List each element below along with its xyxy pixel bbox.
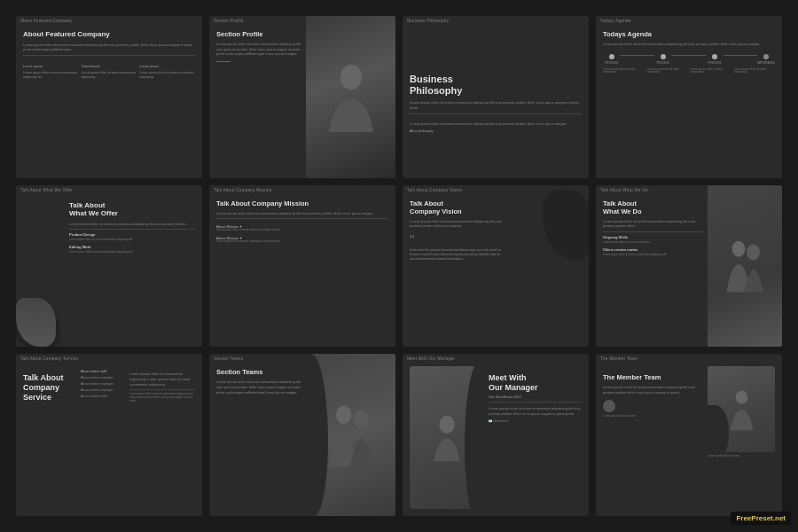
person-silhouette-icon bbox=[325, 61, 378, 132]
slide-2-body: Lorem ipsum dolor sit amet consectetur a… bbox=[216, 42, 302, 57]
slide-3: Business Philosophy Business Philosophy … bbox=[403, 16, 589, 178]
slide-8: Talk About What We Do Talk About What We… bbox=[596, 185, 782, 348]
slide-8-photo bbox=[708, 185, 782, 348]
slide-6-title: Talk About Company Mission bbox=[216, 200, 388, 207]
slide-4: Todays Agenda Todays Agenda Lorem ipsum … bbox=[596, 16, 782, 178]
slide-8-body: Lorem ipsum dolor sit amet consectetur a… bbox=[603, 219, 703, 229]
slide-1-label: About Featured Company bbox=[20, 19, 72, 23]
slide-11-social: 📧 @lastname bbox=[489, 419, 582, 423]
timeline-desc-4: Lorem ipsum dolor sit amet consectetur. bbox=[734, 68, 775, 75]
slide-6: Talk About Company Mission Talk About Co… bbox=[209, 185, 395, 348]
slide-12-member2: Lorem ipsum dolor sit amet bbox=[708, 455, 775, 458]
timeline-desc-1: Lorem ipsum dolor sit amet consectetur. bbox=[603, 68, 644, 75]
slide-2-photo bbox=[306, 16, 395, 178]
slide-5-body: Lorem ipsum dolor sit amet consectetur a… bbox=[69, 222, 195, 227]
slide-7-title: Talk About Company Vision bbox=[410, 200, 505, 215]
slide-1-sub2-body: Lorem ipsum dolor sit amet consectetur a… bbox=[82, 71, 137, 80]
slide-8-sub1-title: Ongoing Skills bbox=[603, 235, 703, 239]
slide-1: About Featured Company About Featured Co… bbox=[16, 16, 202, 178]
slide-6-body: Lorem ipsum dolor sit amet consectetur a… bbox=[216, 211, 388, 216]
slide-5-sub2-title: Editing Work bbox=[69, 245, 195, 249]
slide-4-body: Lorem ipsum dolor sit amet consectetur a… bbox=[603, 42, 775, 47]
slide-9-body: Lorem ipsum dolor sit consectetur adipis… bbox=[129, 372, 195, 387]
slide-11: Meet With Our Manager Meet With Our Mana… bbox=[403, 354, 589, 516]
slide-6-about1-body: Lorem ipsum dolor sit amet consectetur a… bbox=[216, 229, 388, 232]
svg-point-1 bbox=[732, 241, 745, 257]
slide-3-label: Business Philosophy bbox=[407, 19, 449, 23]
slide-5: Talk About What We Offer Talk About What… bbox=[16, 185, 202, 348]
slide-10: Section Teams Section Teams Lorem ipsum … bbox=[209, 354, 395, 516]
timeline-item-3: PROCESS bbox=[706, 61, 723, 65]
timeline-item-4: IMPORTANCE bbox=[757, 61, 775, 65]
slide-7-quote: to become the premier dominant facilitat… bbox=[410, 248, 505, 262]
slide-12: The Member Team The Member Team Lorem ip… bbox=[596, 354, 782, 516]
slide-2: Section Profile Section Profile Lorem ip… bbox=[209, 16, 395, 178]
slide-11-sub-label: Our Excellence CEO bbox=[489, 395, 582, 399]
slide-5-title: Talk About What We Offer bbox=[69, 201, 195, 218]
slide-7-label: Talk About Company Vision bbox=[407, 188, 462, 192]
watermark-suffix: .net bbox=[773, 514, 786, 522]
slide-9-item-3: About section employee bbox=[81, 382, 124, 386]
slide-1-sub1-title: Lorem ipsum bbox=[23, 65, 79, 69]
slide-1-sub3-body: Lorem ipsum dolor sit amet consectetur a… bbox=[139, 71, 195, 80]
slide-3-body: Lorem ipsum dolor sit amet consectetur a… bbox=[410, 100, 582, 110]
timeline-desc-2: Lorem ipsum dolor sit amet consectetur. bbox=[646, 68, 687, 75]
slide-7: Talk About Company Vision Talk About Com… bbox=[403, 185, 589, 348]
slide-3-title: Business Philosophy bbox=[410, 74, 582, 97]
timeline-desc-3: Lorem ipsum dolor sit amet consectetur. bbox=[691, 68, 732, 75]
slide-9-title: Talk About Company Service bbox=[23, 373, 75, 402]
svg-point-2 bbox=[747, 245, 760, 261]
slide-9-item-4: About section employer bbox=[81, 388, 124, 392]
persons-silhouette-icon bbox=[725, 237, 765, 294]
manager-silhouette-icon bbox=[429, 413, 465, 462]
slide-grid: About Featured Company About Featured Co… bbox=[16, 16, 782, 516]
watermark: FreePreset.net bbox=[731, 512, 791, 525]
slide-1-title: About Featured Company bbox=[23, 30, 195, 39]
slide-11-body: Lorem ipsum dolor sit amet consectetur a… bbox=[489, 406, 582, 416]
slide-9-label: Talk About Company Service bbox=[20, 356, 78, 361]
slide-6-about2-body: Lorem ipsum dolor sit amet consectetur a… bbox=[216, 240, 388, 244]
slide-3-sub-label: About philosophy bbox=[410, 129, 582, 133]
slide-1-body: Lorem ipsum dolor sit amet consectetur a… bbox=[23, 43, 195, 52]
slide-12-photo bbox=[708, 366, 775, 451]
slide-9: Talk About Company Service Talk About Co… bbox=[16, 354, 202, 516]
slide-8-sub2-body: Lorem ipsum dolor sit amet consectetur a… bbox=[603, 254, 703, 257]
slide-4-label: Todays Agenda bbox=[600, 19, 631, 23]
slide-9-item-5: About section head bbox=[81, 395, 124, 398]
slide-11-label: Meet With Our Manager bbox=[407, 356, 455, 361]
slide-1-sub2-title: Futureboard bbox=[82, 65, 137, 69]
group-silhouette-icon bbox=[326, 402, 375, 468]
timeline-item-1: PROCESS bbox=[603, 61, 620, 65]
slide-10-photo bbox=[306, 354, 395, 516]
slide-5-sub2-body: Lorem ipsum dolor sit amet consectetur a… bbox=[69, 251, 195, 254]
watermark-text: FreePreset bbox=[736, 514, 772, 522]
slide-12-body: Lorem ipsum dolor sit amet consectetur a… bbox=[603, 385, 704, 395]
member-avatar-1 bbox=[603, 400, 615, 412]
slide-7-body: Lorem ipsum dolor sit amet consectetur a… bbox=[410, 219, 505, 229]
timeline-item-2: PROCESS bbox=[654, 61, 671, 65]
svg-point-6 bbox=[735, 390, 747, 403]
slide-1-sub1-body: Lorem ipsum dolor sit amet consectetur a… bbox=[23, 71, 79, 80]
slide-8-label: Talk About What We Do bbox=[600, 188, 648, 192]
slide-10-title: Section Teams bbox=[216, 368, 302, 376]
slide-8-title: Talk About What We Do bbox=[603, 200, 703, 215]
quote-mark-icon: " bbox=[410, 234, 505, 248]
slide-9-sub: Lorem ipsum dolor sit amet consectetur a… bbox=[129, 393, 195, 403]
slide-3-sub-body: Lorem ipsum dolor sit amet consectetur a… bbox=[410, 121, 582, 127]
slide-12-label: The Member Team bbox=[600, 356, 638, 361]
slide-9-item-1: About section staff bbox=[81, 370, 124, 373]
ink-blob-7 bbox=[543, 190, 589, 261]
slide-6-label: Talk About Company Mission bbox=[214, 188, 272, 192]
slide-12-member1: Lorem ipsum dolor sit amet bbox=[603, 415, 704, 419]
slide-2-label: Section Profile bbox=[214, 19, 244, 23]
slide-2-title: Section Profile bbox=[216, 30, 302, 38]
slide-8-sub2-title: Client creates matter bbox=[603, 247, 703, 252]
slide-12-title: The Member Team bbox=[603, 373, 704, 381]
slide-5-sub1-title: Product Design bbox=[69, 232, 195, 237]
slide-1-sub3-title: Lorem ipsum bbox=[139, 65, 195, 69]
slide-10-body: Lorem ipsum dolor sit amet consectetur a… bbox=[216, 379, 302, 395]
svg-point-5 bbox=[439, 416, 454, 434]
svg-point-4 bbox=[354, 410, 369, 427]
slide-4-title: Todays Agenda bbox=[603, 30, 775, 38]
team-member-silhouette-icon bbox=[726, 388, 757, 431]
